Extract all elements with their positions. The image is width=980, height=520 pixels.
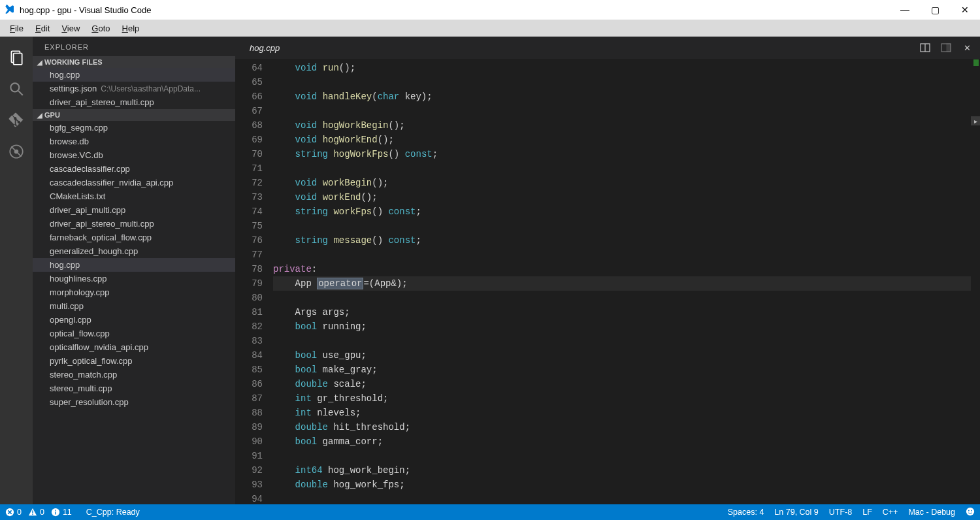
chevron-down-icon: ◢	[35, 59, 44, 66]
svg-rect-14	[32, 510, 33, 513]
folder-file-item[interactable]: browse.db	[33, 135, 235, 148]
svg-point-19	[966, 507, 974, 515]
status-config[interactable]: Mac - Debug	[908, 508, 955, 517]
svg-rect-18	[55, 510, 56, 511]
menu-goto[interactable]: Goto	[86, 24, 116, 33]
svg-point-20	[968, 510, 970, 511]
folder-file-item[interactable]: multi.cpp	[33, 299, 235, 313]
menu-view[interactable]: View	[56, 24, 86, 33]
status-encoding[interactable]: UTF-8	[829, 508, 852, 517]
chevron-down-icon: ◢	[35, 112, 44, 119]
svg-rect-1	[14, 54, 22, 65]
feedback-icon[interactable]	[966, 507, 975, 518]
minimize-button[interactable]: —	[890, 0, 920, 20]
code-content[interactable]: void run(); void handleKey(char key); vo…	[273, 59, 980, 504]
folder-file-item[interactable]: hog.cpp	[33, 258, 235, 272]
folder-file-item[interactable]: pyrlk_optical_flow.cpp	[33, 354, 235, 368]
status-lang-status[interactable]: C_Cpp: Ready	[86, 508, 140, 517]
folder-file-item[interactable]: cascadeclassifier_nvidia_api.cpp	[33, 176, 235, 189]
menu-help[interactable]: Help	[116, 24, 146, 33]
warning-icon	[28, 508, 37, 517]
titlebar: hog.cpp - gpu - Visual Studio Code — ▢ ✕	[0, 0, 980, 20]
git-icon[interactable]	[0, 105, 33, 136]
folder-file-item[interactable]: bgfg_segm.cpp	[33, 121, 235, 135]
folder-file-item[interactable]: cascadeclassifier.cpp	[33, 162, 235, 176]
editor-tabs: hog.cpp ✕	[235, 37, 980, 59]
folder-file-item[interactable]: stereo_match.cpp	[33, 368, 235, 382]
status-position[interactable]: Ln 79, Col 9	[774, 508, 818, 517]
folder-file-item[interactable]: farneback_optical_flow.cpp	[33, 231, 235, 244]
folder-file-item[interactable]: generalized_hough.cpp	[33, 244, 235, 258]
folder-file-item[interactable]: driver_api_multi.cpp	[33, 203, 235, 217]
section-label: GPU	[44, 111, 60, 119]
activity-bar	[0, 37, 33, 504]
split-editor-icon[interactable]	[916, 39, 934, 57]
folder-file-item[interactable]: browse.VC.db	[33, 148, 235, 162]
explorer-icon[interactable]	[0, 42, 33, 73]
menu-edit[interactable]: Edit	[29, 24, 56, 33]
scrollbar[interactable]: ▸	[971, 59, 980, 504]
info-icon	[51, 508, 60, 517]
window-title: hog.cpp - gpu - Visual Studio Code	[20, 5, 151, 15]
folder-file-item[interactable]: stereo_multi.cpp	[33, 382, 235, 395]
close-button[interactable]: ✕	[950, 0, 980, 20]
status-warnings[interactable]: 0	[28, 508, 44, 517]
folder-file-item[interactable]: super_resolution.cpp	[33, 395, 235, 409]
folder-file-item[interactable]: opticalflow_nvidia_api.cpp	[33, 340, 235, 354]
menu-file[interactable]: File	[4, 24, 29, 33]
svg-rect-17	[55, 512, 56, 514]
svg-point-21	[971, 510, 972, 511]
working-file-item[interactable]: hog.cpp	[33, 68, 235, 82]
section-working-files[interactable]: ◢ WORKING FILES	[33, 56, 235, 68]
line-gutter: 6465666768697071727374757677787980818283…	[235, 59, 273, 504]
svg-rect-10	[947, 44, 951, 52]
section-folder[interactable]: ◢ GPU	[33, 109, 235, 121]
svg-point-2	[10, 83, 19, 91]
status-errors[interactable]: 0	[5, 508, 22, 517]
search-icon[interactable]	[0, 73, 33, 105]
sidebar: EXPLORER ◢ WORKING FILES hog.cppsettings…	[33, 37, 235, 504]
status-bar: 0 0 11 C_Cpp: Ready Spaces: 4 Ln 79, Col…	[0, 504, 980, 520]
scroll-marker-icon[interactable]: ▸	[971, 116, 980, 125]
status-spaces[interactable]: Spaces: 4	[728, 508, 764, 517]
close-editor-icon[interactable]: ✕	[958, 39, 976, 57]
svg-rect-15	[32, 514, 33, 515]
debug-icon[interactable]	[0, 136, 33, 167]
svg-point-6	[14, 150, 19, 154]
error-icon	[5, 508, 14, 517]
folder-file-item[interactable]: CMakeLists.txt	[33, 189, 235, 203]
status-lang[interactable]: C++	[883, 508, 898, 517]
working-file-item[interactable]: driver_api_stereo_multi.cpp	[33, 95, 235, 109]
svg-line-3	[18, 91, 23, 95]
status-info[interactable]: 11	[51, 508, 72, 517]
editor-area: hog.cpp ✕ 646566676869707172737475767778…	[235, 37, 980, 504]
folder-file-item[interactable]: houghlines.cpp	[33, 272, 235, 285]
sidebar-title: EXPLORER	[33, 37, 235, 56]
folder-file-item[interactable]: optical_flow.cpp	[33, 327, 235, 340]
maximize-button[interactable]: ▢	[920, 0, 950, 20]
vscode-logo-icon	[4, 4, 16, 16]
code-editor[interactable]: 6465666768697071727374757677787980818283…	[235, 59, 980, 504]
overview-mark	[973, 59, 979, 66]
menubar: File Edit View Goto Help	[0, 20, 980, 37]
more-icon[interactable]	[937, 39, 955, 57]
status-eol[interactable]: LF	[862, 508, 872, 517]
tab-hog-cpp[interactable]: hog.cpp	[247, 43, 282, 53]
folder-file-item[interactable]: morphology.cpp	[33, 285, 235, 299]
folder-file-item[interactable]: driver_api_stereo_multi.cpp	[33, 217, 235, 231]
section-label: WORKING FILES	[44, 58, 103, 66]
working-file-item[interactable]: settings.jsonC:\Users\aasthan\AppData...	[33, 82, 235, 95]
folder-file-item[interactable]: opengl.cpp	[33, 313, 235, 327]
